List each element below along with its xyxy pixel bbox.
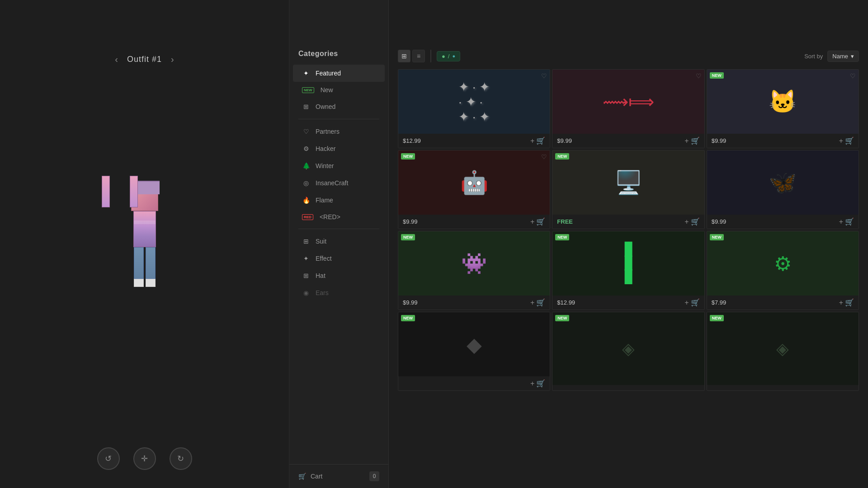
coin-icon: ● [442, 53, 445, 60]
category-item-ears[interactable]: ◉ Ears [293, 284, 385, 301]
add-to-cart-9[interactable]: +🛒 [839, 298, 854, 307]
item-heart-3[interactable]: ♡ [850, 72, 856, 80]
add-to-cart-6[interactable]: +🛒 [839, 217, 854, 226]
item-footer-1: $12.99 +🛒 [398, 134, 550, 148]
add-to-cart-8[interactable]: +🛒 [684, 298, 699, 307]
list-view-button[interactable]: ≡ [412, 50, 425, 62]
outfit-prev-button[interactable]: ‹ [115, 54, 118, 65]
sort-section: Sort by Name ▾ [804, 51, 859, 62]
add-to-cart-4[interactable]: +🛒 [530, 217, 545, 226]
category-item-owned[interactable]: ⊞ Owned [293, 98, 385, 115]
item-thumbnail-3: NEW 🐱 ♡ [707, 70, 859, 134]
store-item-5[interactable]: NEW 🖥️ FREE +🛒 [552, 150, 704, 229]
item-price-5: FREE [557, 218, 573, 225]
item-visual-4: 🤖 [460, 169, 488, 196]
category-item-cred[interactable]: RED <RED> [293, 209, 385, 225]
sort-value: Name [832, 53, 848, 60]
categories-panel: Categories ✦ Featured NEW New ⊞ Owned ♡ … [289, 0, 389, 488]
sort-label: Sort by [804, 53, 823, 60]
char-arm-right [130, 176, 138, 207]
store-item-12[interactable]: NEW ◈ [707, 312, 859, 391]
store-item-11[interactable]: NEW ◈ [552, 312, 704, 391]
redo-button[interactable]: ↻ [170, 447, 192, 470]
view-separator [430, 50, 431, 62]
category-label-hat: Hat [316, 272, 326, 279]
store-panel: ⊞ ≡ ● / ● Sort by Name ▾ ✦ · ✦ · ✦ [389, 0, 868, 488]
item-footer-11 [552, 385, 704, 390]
item-visual-10: ◆ [467, 333, 482, 356]
divider-2 [298, 229, 379, 229]
category-label-suit: Suit [316, 238, 326, 245]
item-price-2: $9.99 [557, 137, 572, 144]
store-item-8[interactable]: NEW ▐▌▐▌▐▌ $12.99 +🛒 [552, 231, 704, 310]
move-button[interactable]: ✛ [133, 447, 156, 470]
sort-dropdown[interactable]: Name ▾ [827, 51, 859, 62]
item-footer-4: $9.99 +🛒 [398, 215, 550, 229]
item-heart-4[interactable]: ♡ [541, 153, 547, 160]
char-arm-left [102, 176, 110, 207]
category-item-flame[interactable]: 🔥 Flame [293, 192, 385, 209]
item-visual-5: 🖥️ [614, 169, 642, 196]
store-item-9[interactable]: NEW ⚙ $7.99 +🛒 [707, 231, 859, 310]
item-thumbnail-4: NEW 🤖 ♡ [398, 150, 550, 215]
item-price-8: $12.99 [557, 299, 575, 306]
outfit-title: Outfit #1 [127, 55, 162, 64]
outfit-next-button[interactable]: › [171, 54, 174, 65]
add-to-cart-10[interactable]: +🛒 [530, 379, 545, 388]
category-item-hacker[interactable]: ⚙ Hacker [293, 140, 385, 157]
add-to-cart-3[interactable]: +🛒 [839, 136, 854, 145]
add-to-cart-2[interactable]: +🛒 [684, 136, 699, 145]
store-item-3[interactable]: NEW 🐱 ♡ $9.99 +🛒 [707, 69, 859, 148]
owned-icon: ⊞ [302, 103, 310, 111]
divider-1 [298, 119, 379, 119]
category-item-winter[interactable]: 🌲 Winter [293, 157, 385, 174]
item-footer-5: FREE +🛒 [552, 215, 704, 229]
item-visual-9: ⚙ [774, 252, 792, 275]
category-item-effect[interactable]: ✦ Effect [293, 250, 385, 267]
item-visual-2: ⟿⟾ [603, 91, 654, 112]
item-heart-2[interactable]: ♡ [696, 72, 702, 80]
store-item-6[interactable]: 🦋 $9.99 +🛒 [707, 150, 859, 229]
category-item-new[interactable]: NEW New [293, 82, 385, 98]
store-item-4[interactable]: NEW 🤖 ♡ $9.99 +🛒 [398, 150, 550, 229]
insanecraft-icon: ◎ [302, 179, 310, 187]
category-label-insanecraft: InsaneCraft [316, 179, 348, 187]
cart-icon: 🛒 [298, 473, 306, 480]
item-footer-2: $9.99 +🛒 [552, 134, 704, 148]
item-footer-8: $12.99 +🛒 [552, 296, 704, 310]
store-item-10[interactable]: NEW ◆ +🛒 [398, 312, 550, 391]
item-thumbnail-2: ⟿⟾ ♡ [552, 70, 704, 134]
store-item-1[interactable]: ✦ · ✦ · ✦ ·✦ · ✦ ♡ $12.99 +🛒 [398, 69, 550, 148]
item-price-6: $9.99 [712, 218, 726, 225]
item-visual-12: ◈ [776, 339, 789, 358]
item-heart-1[interactable]: ♡ [541, 72, 547, 80]
category-item-partners[interactable]: ♡ Partners [293, 123, 385, 140]
effect-icon: ✦ [302, 254, 310, 263]
add-to-cart-5[interactable]: +🛒 [684, 217, 699, 226]
store-item-7[interactable]: NEW 👾 $9.99 +🛒 [398, 231, 550, 310]
char-leg-left [134, 247, 144, 279]
undo-button[interactable]: ↺ [97, 447, 120, 470]
char-legs [108, 247, 181, 279]
outfit-nav: ‹ Outfit #1 › [115, 54, 174, 65]
add-to-cart-7[interactable]: +🛒 [530, 298, 545, 307]
left-panel: ‹ Outfit #1 › [0, 0, 289, 488]
item-badge-5: NEW [555, 153, 569, 160]
category-item-insanecraft[interactable]: ◎ InsaneCraft [293, 174, 385, 192]
item-badge-10: NEW [401, 315, 415, 321]
item-thumbnail-9: NEW ⚙ [707, 231, 859, 296]
category-label-ears: Ears [316, 289, 329, 296]
char-foot-right [146, 279, 156, 287]
add-to-cart-1[interactable]: +🛒 [530, 136, 545, 145]
grid-view-button[interactable]: ⊞ [398, 50, 410, 62]
category-item-featured[interactable]: ✦ Featured [293, 65, 385, 82]
category-item-suit[interactable]: ⊞ Suit [293, 233, 385, 250]
item-thumbnail-8: NEW ▐▌▐▌▐▌ [552, 231, 704, 296]
item-footer-6: $9.99 +🛒 [707, 215, 859, 229]
chevron-down-icon: ▾ [851, 53, 854, 60]
item-price-9: $7.99 [712, 299, 726, 306]
category-item-hat[interactable]: ⊞ Hat [293, 267, 385, 284]
item-badge-3: NEW [710, 72, 724, 79]
store-item-2[interactable]: ⟿⟾ ♡ $9.99 +🛒 [552, 69, 704, 148]
cart-section[interactable]: 🛒 Cart 0 [289, 464, 388, 488]
